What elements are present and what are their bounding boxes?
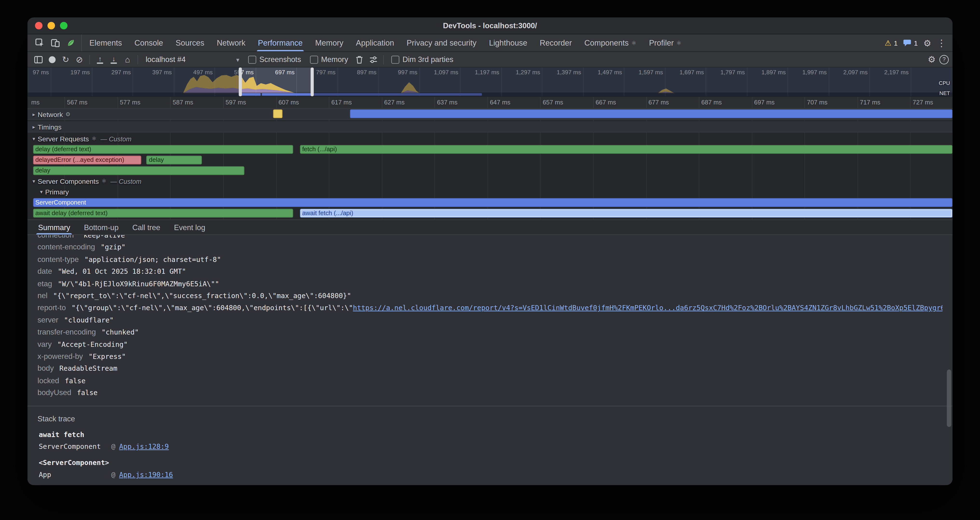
minimize-window-button[interactable] [48,22,55,29]
track-header-server-components[interactable]: ▾Server Components⚛— Custom [33,177,142,185]
extension-icon[interactable] [64,36,77,50]
ruler-tick [329,97,329,108]
tab-network[interactable]: Network [210,35,252,51]
help-icon[interactable]: ? [939,55,949,64]
dim-3rd-parties-checkbox[interactable]: Dim 3rd parties [391,55,453,64]
history-dropdown[interactable]: localhost #4 ▾ [141,54,244,65]
property-key: report-to [38,304,66,312]
network-conditions-icon[interactable] [366,53,380,65]
tab-components[interactable]: Components⚛ [578,35,643,51]
details-tab-call-tree[interactable]: Call tree [126,220,167,234]
property-key: transfer-encoding [38,328,96,336]
ruler-tick-label: 567 ms [67,99,88,106]
stack-frame-at: @ [111,441,115,453]
track-row-timings: ▸Timings [27,121,953,133]
window-controls [35,22,67,29]
event-bar-delay-deferred-text[interactable]: delay (deferred text) [33,145,293,154]
inspect-element-icon[interactable] [33,36,46,50]
ruler-tick-label: 667 ms [596,99,616,106]
property-key: locked [38,376,59,385]
tab-console[interactable]: Console [128,35,170,51]
details-tab-bottom-up[interactable]: Bottom-up [77,220,126,234]
kebab-menu-icon[interactable]: ⋮ [937,37,946,48]
capture-settings-gear-icon[interactable]: ⚙ [928,54,935,64]
tab-application[interactable]: Application [350,35,400,51]
window-title: DevTools - localhost:3000/ [443,21,537,30]
property-value: "Wed, 01 Oct 2025 18:32:01 GMT" [57,268,186,276]
toggle-sidebar-icon[interactable] [31,53,45,65]
tab-label: Privacy and security [407,38,477,47]
event-bar-fetch-api[interactable]: fetch (.../api) [300,145,953,154]
scrollbar-thumb[interactable] [947,369,951,427]
ruler-tick [276,97,277,108]
property-key: content-encoding [38,243,95,251]
close-window-button[interactable] [35,22,43,29]
track-lane: delay (deferred text)fetch (.../api) [27,145,953,154]
load-profile-icon[interactable]: ↑ [93,53,107,65]
stack-frame-function: ServerComponent [39,441,111,453]
tab-label: Elements [89,38,122,47]
tab-label: Profiler [649,38,674,47]
event-bar[interactable] [350,110,953,118]
tab-recorder[interactable]: Recorder [533,35,578,51]
settings-gear-icon[interactable]: ⚙ [923,38,931,48]
report-to-url-link[interactable]: https://a.nel.cloudflare.com/report/v4?s… [353,304,943,312]
track-row-server-components: ▾Server Components⚛— Custom [27,176,953,186]
device-toolbar-icon[interactable] [48,36,62,50]
live-metrics-home-icon[interactable]: ⌂ [121,53,134,65]
selection-left-handle[interactable] [239,68,242,96]
event-bar[interactable] [273,110,282,118]
summary-property: bodyUsedfalse [38,387,943,399]
record-button[interactable] [45,53,59,65]
track-config-gear-icon[interactable]: ⚙ [65,111,70,117]
selection-right-handle[interactable] [310,68,313,96]
event-bar-await-delay-deferred-text[interactable]: await delay (deferred text) [33,209,293,218]
event-bar-delay[interactable]: delay [33,166,244,175]
maximize-window-button[interactable] [60,22,67,29]
tab-sources[interactable]: Sources [169,35,210,51]
clear-icon[interactable]: ⊘ [73,53,86,65]
minimap-gridline [256,68,256,96]
ruler-tick-label: 687 ms [701,99,722,106]
tab-memory[interactable]: Memory [309,35,350,51]
titlebar[interactable]: DevTools - localhost:3000/ [27,17,953,35]
ruler-tick [540,97,541,108]
track-header-network[interactable]: ▸Network⚙ [33,110,70,118]
stack-frame-location-link[interactable]: App.js:190:16 [119,469,173,481]
collect-garbage-icon[interactable] [353,53,366,65]
ruler-tick-label: 627 ms [384,99,405,106]
screenshots-checkbox[interactable]: Screenshots [248,55,301,64]
stack-frame-location-link[interactable]: App.js:128:9 [119,441,169,453]
tab-privacy-and-security[interactable]: Privacy and security [400,35,483,51]
track-header-timings[interactable]: ▸Timings [33,123,62,130]
ruler-tick-label: 707 ms [807,99,827,106]
tab-elements[interactable]: Elements [83,35,128,51]
timeline-tracks[interactable]: ▸Network⚙▸Timings▾Server Requests⚛— Cust… [27,109,953,219]
issues-icon[interactable] [903,39,912,46]
event-bar-delay[interactable]: delay [146,156,202,164]
track-header-primary[interactable]: ▾Primary [40,188,69,196]
record-circle-icon [48,56,56,63]
details-tab-event-log[interactable]: Event log [167,220,212,234]
memory-checkbox[interactable]: Memory [310,55,348,64]
event-bar-servercomponent[interactable]: ServerComponent [33,198,953,207]
warning-icon[interactable]: ⚠ [885,38,891,47]
details-tab-summary[interactable]: Summary [31,220,77,234]
timeline-overview-minimap[interactable]: CPU NET 97 ms197 ms297 ms397 ms497 ms597… [27,68,953,97]
ruler-tick-label: 717 ms [860,99,880,106]
warning-count: 1 [894,39,898,46]
track-name: Timings [38,123,62,130]
track-row-server-requests: ▾Server Requests⚛— Custom [27,134,953,143]
event-bar-delayederror-ayed-exception[interactable]: delayedError (...ayed exception) [33,156,141,164]
property-value: ReadableStream [59,365,117,373]
summary-property: content-type"application/json; charset=u… [38,254,943,266]
track-header-server-requests[interactable]: ▾Server Requests⚛— Custom [33,135,131,142]
save-profile-icon[interactable]: ↓ [107,53,121,65]
event-bar-await-fetch-api[interactable]: await fetch (.../api) [300,209,953,218]
tab-performance[interactable]: Performance [252,35,309,51]
record-and-reload-icon[interactable]: ↻ [59,53,73,65]
tab-profiler[interactable]: Profiler⚛ [643,35,688,51]
tabbar-icon-group [27,35,82,51]
tab-lighthouse[interactable]: Lighthouse [483,35,533,51]
stack-frame-header: <ServerComponent> [38,457,943,469]
